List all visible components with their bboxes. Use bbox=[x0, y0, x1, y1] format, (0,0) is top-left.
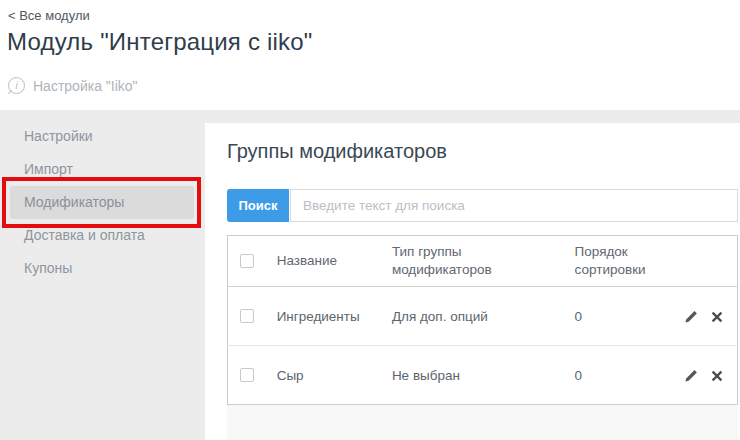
column-header-name: Название bbox=[277, 236, 392, 287]
sidebar-item-4[interactable]: Купоны bbox=[0, 252, 205, 285]
delete-button[interactable] bbox=[711, 370, 723, 382]
x-icon bbox=[711, 370, 723, 385]
search-button[interactable]: Поиск bbox=[227, 189, 289, 222]
table-body: Ингредиенты Для доп. опций 0 Сыр Не выбр… bbox=[228, 287, 738, 405]
edit-button[interactable] bbox=[684, 310, 698, 324]
sidebar-item-label: Купоны bbox=[24, 260, 72, 276]
table-footer-area bbox=[227, 405, 738, 440]
page-title: Модуль "Интеграция с iiko" bbox=[7, 28, 313, 56]
search-bar: Поиск bbox=[227, 189, 738, 222]
module-info-line: i Настройка "Iiko" bbox=[8, 77, 138, 94]
section-heading: Группы модификаторов bbox=[227, 140, 738, 163]
sidebar-nav: Настройки Импорт Модификаторы Доставка и… bbox=[0, 110, 205, 440]
row-checkbox[interactable] bbox=[240, 368, 254, 382]
cell-sort-order: 0 bbox=[575, 287, 676, 346]
row-checkbox[interactable] bbox=[240, 309, 254, 323]
sidebar-item-2[interactable]: Модификаторы bbox=[10, 186, 194, 219]
cell-sort-order: 0 bbox=[575, 346, 676, 405]
delete-button[interactable] bbox=[711, 311, 723, 323]
pencil-icon bbox=[684, 312, 698, 327]
info-bubble-icon: i bbox=[8, 77, 25, 94]
search-input[interactable] bbox=[290, 189, 738, 222]
cell-name: Сыр bbox=[277, 346, 392, 405]
table-row: Сыр Не выбран 0 bbox=[228, 346, 738, 405]
page: < Все модули Модуль "Интеграция с iiko" … bbox=[0, 0, 740, 440]
module-info-text: Настройка "Iiko" bbox=[33, 78, 138, 94]
sidebar-item-1[interactable]: Импорт bbox=[0, 153, 205, 186]
sidebar-item-3[interactable]: Доставка и оплата bbox=[0, 219, 205, 252]
sidebar-item-label: Модификаторы bbox=[24, 194, 124, 210]
cell-name: Ингредиенты bbox=[277, 287, 392, 346]
pencil-icon bbox=[684, 371, 698, 386]
sidebar-item-label: Импорт bbox=[24, 161, 73, 177]
sidebar-item-label: Настройки bbox=[24, 128, 93, 144]
column-header-sort-order: Порядок сортировки bbox=[575, 236, 676, 287]
table-row: Ингредиенты Для доп. опций 0 bbox=[228, 287, 738, 346]
edit-button[interactable] bbox=[684, 369, 698, 383]
content-panel: Группы модификаторов Поиск Название Тип … bbox=[205, 123, 740, 440]
cell-group-type: Для доп. опций bbox=[392, 287, 575, 346]
modifier-groups-table: Название Тип группы модификаторов Порядо… bbox=[227, 235, 738, 405]
breadcrumb-all-modules[interactable]: < Все модули bbox=[8, 8, 90, 23]
x-icon bbox=[711, 311, 723, 326]
sidebar-item-label: Доставка и оплата bbox=[24, 227, 145, 243]
sidebar-item-0[interactable]: Настройки bbox=[0, 120, 205, 153]
table-header-row: Название Тип группы модификаторов Порядо… bbox=[228, 236, 738, 287]
select-all-checkbox[interactable] bbox=[240, 254, 254, 268]
column-header-group-type: Тип группы модификаторов bbox=[392, 236, 575, 287]
cell-group-type: Не выбран bbox=[392, 346, 575, 405]
page-header: < Все модули Модуль "Интеграция с iiko" … bbox=[0, 0, 740, 110]
